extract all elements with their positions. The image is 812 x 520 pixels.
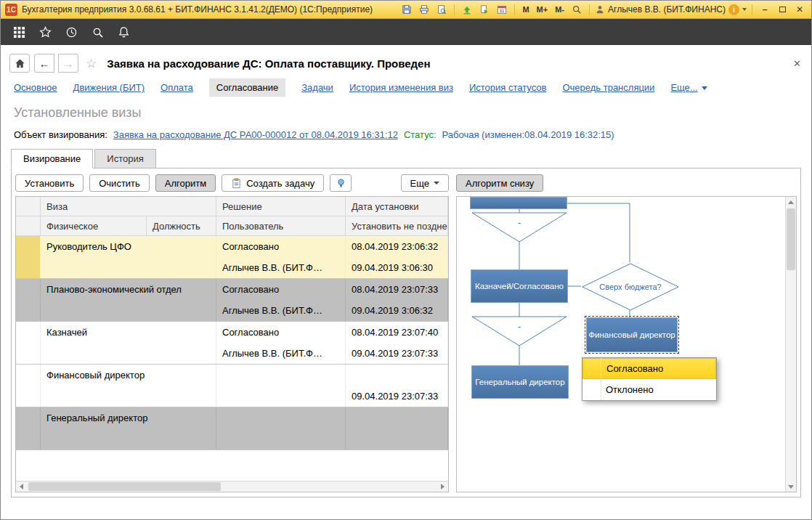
favorite-star-icon[interactable] — [86, 56, 97, 71]
visa-panel: Установить Очистить Алгоритм Создать зад… — [11, 168, 801, 497]
create-task-button[interactable]: Создать задачу — [222, 174, 324, 192]
print-preview-icon[interactable] — [434, 3, 449, 16]
chevron-down-icon — [434, 182, 439, 184]
object-row: Объект визирования: Заявка на расходован… — [1, 123, 811, 142]
zoom-icon[interactable] — [569, 3, 584, 16]
nav-link-movements[interactable]: Движения (БИТ) — [73, 82, 145, 93]
menu-grid-icon[interactable] — [8, 22, 30, 42]
vertical-scrollbar[interactable] — [785, 197, 796, 492]
more-button[interactable]: Еще — [401, 174, 449, 192]
split-panes: Виза Решение Дата установки Физическое Д… — [15, 196, 797, 492]
titlebar-actions: 31 M M+ M- Аглычев В.В. (БИТ.ФИНАНС) — [399, 3, 807, 16]
print-icon[interactable] — [417, 3, 431, 16]
home-button[interactable] — [9, 54, 30, 73]
memory-m-minus-button[interactable]: M- — [553, 5, 567, 14]
menu-item-rejected[interactable]: Отклонено — [582, 379, 716, 400]
scroll-up-arrow[interactable] — [786, 197, 797, 207]
menu-item-approved[interactable]: Согласовано — [582, 358, 716, 379]
nav-link-approval[interactable]: Согласование — [209, 78, 285, 97]
nav-link-status-history[interactable]: История статусов — [469, 82, 547, 93]
app-toolbar — [1, 19, 811, 45]
separator — [589, 4, 590, 15]
status-value: Рабочая (изменен:08.04.2019 16:32:15) — [442, 129, 614, 140]
scrollbar-thumb[interactable] — [787, 208, 795, 270]
nav-link-tasks[interactable]: Задачи — [301, 82, 333, 93]
hint-lamp-button[interactable] — [330, 174, 352, 192]
nav-link-broadcast-queue[interactable]: Очередь трансляции — [562, 82, 654, 93]
history-clock-icon[interactable] — [60, 22, 82, 42]
header-visa: Виза — [41, 197, 216, 216]
toolbar-left-group: Установить Очистить Алгоритм Создать зад… — [15, 174, 449, 192]
app-logo-icon: 1С — [5, 4, 17, 16]
flow-condition-triangle-1[interactable]: - — [470, 211, 569, 243]
favorites-star-icon[interactable] — [34, 22, 56, 42]
memory-m-button[interactable]: M — [520, 5, 531, 14]
visa-table-pane: Виза Решение Дата установки Физическое Д… — [15, 196, 449, 492]
separator — [752, 4, 752, 15]
task-icon — [231, 178, 242, 189]
table-row[interactable]: Генеральный директор — [16, 407, 448, 450]
table-header-row-2: Физическое Должность Пользователь Устано… — [16, 216, 448, 236]
notifications-bell-icon[interactable] — [113, 22, 134, 42]
forward-button[interactable] — [58, 54, 78, 73]
scrollbar-thumb[interactable] — [28, 482, 221, 491]
tab-history[interactable]: История — [94, 149, 155, 168]
export-icon[interactable] — [460, 3, 474, 16]
nav-link-more[interactable]: Еще... — [670, 82, 707, 93]
header-date-set: Дата установки — [346, 197, 448, 216]
table-row[interactable]: Казначей Согласовано 08.04.2019 23:07:40… — [16, 322, 448, 365]
flow-condition-diamond[interactable]: Сверх бюджета? — [580, 261, 681, 312]
table-row[interactable]: Финансовый директор 09.04.2019 23:07:33 — [16, 365, 448, 407]
object-link[interactable]: Заявка на расходование ДС РА00-000012 от… — [113, 129, 398, 140]
save-icon[interactable] — [399, 3, 414, 16]
chevron-down-icon[interactable] — [742, 8, 747, 11]
scroll-right-arrow[interactable] — [437, 482, 448, 492]
scroll-left-arrow[interactable] — [16, 482, 27, 492]
toolbar-right-group: Алгоритм снизу — [449, 174, 543, 192]
nav-link-main[interactable]: Основное — [14, 82, 57, 93]
user-name: Аглычев В.В. (БИТ.ФИНАНС) — [608, 4, 726, 15]
chevron-down-icon — [702, 86, 707, 90]
flow-node-financial-director[interactable]: Финансовый директор — [586, 317, 678, 352]
window-title: Бухгалтерия предприятия 3.0.68.61 + БИТ.… — [22, 4, 373, 15]
clear-visa-button[interactable]: Очистить — [89, 174, 150, 192]
back-button[interactable] — [34, 54, 54, 73]
flow-node-top[interactable] — [470, 197, 567, 209]
header-position: Должность — [147, 216, 216, 236]
set-visa-button[interactable]: Установить — [15, 174, 84, 192]
algorithm-button[interactable]: Алгоритм — [155, 174, 216, 192]
header-marker — [16, 197, 41, 216]
main-content: Заявка на расходование ДС: Оплата постав… — [1, 45, 811, 519]
close-form-icon[interactable] — [793, 58, 801, 69]
minimize-button[interactable] — [758, 4, 772, 15]
document-header: Заявка на расходование ДС: Оплата постав… — [1, 45, 811, 76]
memory-m-plus-button[interactable]: M+ — [535, 5, 551, 14]
header-marker — [16, 216, 41, 236]
tab-visa[interactable]: Визирование — [11, 149, 93, 168]
lamp-icon — [336, 178, 346, 189]
header-physical: Физическое — [41, 216, 147, 236]
maximize-button[interactable] — [775, 4, 789, 15]
flow-node-treasurer[interactable]: Казначей/Согласовано — [471, 269, 568, 303]
flowchart: - Казначей/Согласовано Сверх бюджета? - … — [457, 197, 785, 492]
flow-node-general-director[interactable]: Генеральный директор — [471, 365, 569, 399]
report-icon[interactable] — [477, 3, 492, 16]
scroll-down-arrow[interactable] — [786, 482, 797, 492]
nav-link-payment[interactable]: Оплата — [161, 82, 193, 93]
header-decision: Решение — [216, 197, 346, 216]
search-icon[interactable] — [86, 22, 108, 42]
visa-table: Виза Решение Дата установки Физическое Д… — [16, 197, 448, 481]
calendar-icon[interactable]: 31 — [495, 3, 509, 16]
table-row[interactable]: Планово-экономический отдел Согласовано … — [16, 279, 448, 322]
info-icon[interactable] — [728, 4, 739, 15]
horizontal-scrollbar[interactable] — [16, 481, 448, 492]
decision-context-menu: Согласовано Отклонено — [582, 357, 717, 401]
table-row[interactable]: Руководитель ЦФО Согласовано 08.04.2019 … — [16, 236, 448, 279]
header-user: Пользователь — [216, 216, 346, 236]
close-window-button[interactable] — [792, 4, 807, 15]
algorithm-bottom-button[interactable]: Алгоритм снизу — [456, 174, 543, 192]
current-user[interactable]: Аглычев В.В. (БИТ.ФИНАНС) — [595, 4, 726, 15]
svg-text:Сверх бюджета?: Сверх бюджета? — [599, 283, 661, 291]
nav-link-visa-history[interactable]: История изменения виз — [349, 82, 453, 93]
flow-condition-triangle-2[interactable]: - — [470, 315, 569, 347]
